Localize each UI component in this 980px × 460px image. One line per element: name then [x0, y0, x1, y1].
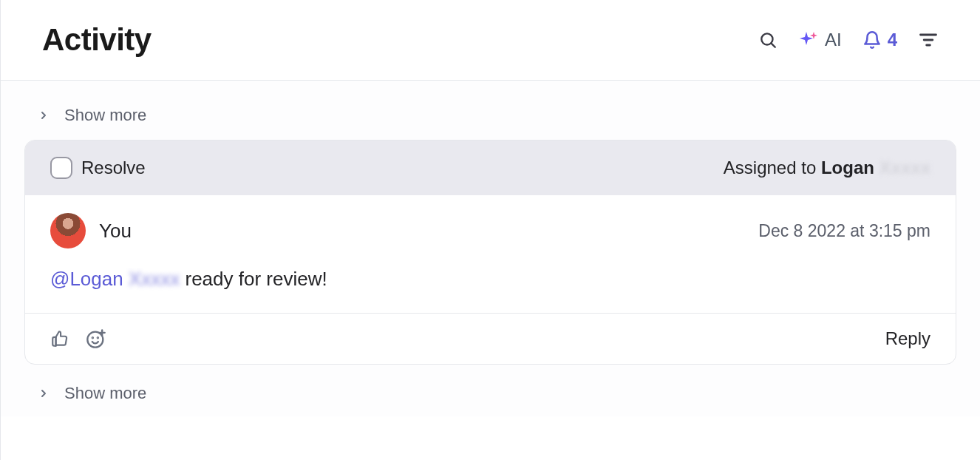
- panel-header: Activity AI: [1, 0, 980, 81]
- svg-line-1: [772, 44, 775, 47]
- thread-header: Resolve Assigned to Logan Xxxxx: [25, 141, 956, 195]
- mention[interactable]: @Logan Xxxxx: [50, 268, 180, 290]
- thread-body: You Dec 8 2022 at 3:15 pm @Logan Xxxxx r…: [25, 195, 956, 313]
- filter-icon: [918, 30, 939, 50]
- filter-button[interactable]: [918, 30, 939, 50]
- emoji-add-icon: [86, 328, 106, 349]
- comment-author: You: [50, 213, 132, 248]
- assigned-prefix: Assigned to: [724, 158, 821, 177]
- ai-button[interactable]: AI: [798, 30, 842, 50]
- comment-timestamp: Dec 8 2022 at 3:15 pm: [758, 221, 930, 241]
- resolve-label: Resolve: [81, 158, 146, 178]
- author-name: You: [99, 220, 132, 243]
- comment-meta-row: You Dec 8 2022 at 3:15 pm: [50, 213, 930, 248]
- show-more-label: Show more: [64, 106, 146, 125]
- assigned-name: Logan: [821, 158, 874, 177]
- sparkle-icon: [798, 30, 819, 50]
- activity-panel: Activity AI: [0, 0, 980, 460]
- reply-button[interactable]: Reply: [885, 328, 930, 349]
- resolve-group: Resolve: [50, 157, 146, 179]
- thumbs-up-icon: [50, 329, 69, 348]
- show-more-bottom[interactable]: Show more: [14, 378, 967, 416]
- svg-point-6: [92, 337, 93, 338]
- notifications-button[interactable]: 4: [862, 30, 897, 50]
- assigned-to: Assigned to Logan Xxxxx: [724, 158, 930, 178]
- comment-body: ready for review!: [180, 268, 327, 290]
- page-title: Activity: [42, 22, 152, 58]
- notification-count: 4: [888, 30, 897, 50]
- search-button[interactable]: [758, 30, 777, 50]
- header-actions: AI 4: [758, 30, 939, 50]
- chevron-right-icon: [38, 109, 50, 121]
- add-emoji-button[interactable]: [86, 328, 106, 349]
- avatar: [50, 213, 86, 248]
- resolve-checkbox[interactable]: [50, 157, 72, 179]
- svg-point-5: [87, 332, 103, 348]
- mention-handle: @Logan: [50, 268, 123, 290]
- ai-label: AI: [825, 30, 842, 50]
- reaction-actions: [50, 328, 106, 349]
- chevron-right-icon: [38, 388, 50, 399]
- show-more-top[interactable]: Show more: [14, 100, 967, 138]
- mention-surname: Xxxxx: [129, 268, 180, 290]
- svg-point-7: [98, 337, 98, 338]
- thumbs-up-button[interactable]: [50, 329, 69, 348]
- comment-thread-card: Resolve Assigned to Logan Xxxxx You Dec …: [24, 140, 956, 365]
- search-icon: [758, 30, 777, 50]
- comment-text: @Logan Xxxxx ready for review!: [50, 268, 930, 291]
- bell-icon: [862, 30, 882, 50]
- assigned-surname: Xxxxx: [879, 158, 930, 177]
- activity-content: Show more Resolve Assigned to Logan Xxxx…: [1, 81, 980, 416]
- thread-footer: Reply: [25, 313, 956, 364]
- show-more-label: Show more: [64, 384, 146, 403]
